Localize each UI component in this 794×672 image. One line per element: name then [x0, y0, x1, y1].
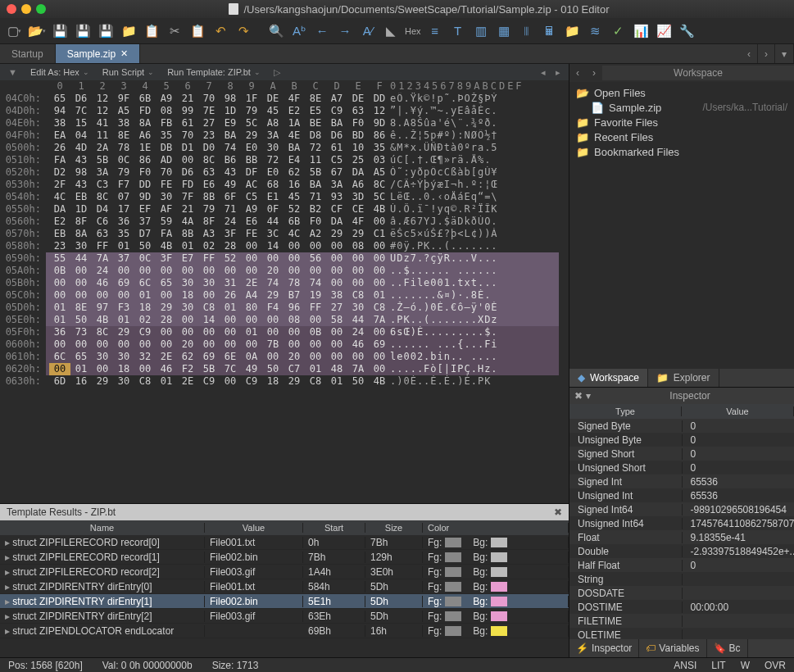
- workspace-tree[interactable]: 📂 Open Files 📄 Sample.zip /Users/ka...Tu…: [569, 82, 794, 369]
- hex-bytes[interactable]: 2F43C3F7DDFEFDE649AC6816BA3AA68C: [46, 179, 390, 191]
- close-window-button[interactable]: [7, 4, 16, 14]
- redo-button[interactable]: ↷: [234, 22, 252, 40]
- hex-bytes[interactable]: 000000000100180026A429B71938C801: [46, 289, 390, 302]
- status-charset[interactable]: ANSI: [674, 660, 696, 671]
- hex-ascii[interactable]: úC[.†­.Œ¶»rä.Å%.: [390, 154, 559, 166]
- hex-bytes[interactable]: 6D162930C8012EC900C91829C801504B: [46, 375, 390, 388]
- hex-row[interactable]: 04F0h:EA04118EA6357023BA293A4ED8D6BD86ê.…: [0, 129, 569, 142]
- file-node-sample[interactable]: 📄 Sample.zip /Users/ka...Tutorial/: [576, 100, 787, 115]
- template-row[interactable]: struct ZIPFILERECORD record[1]File002.bi…: [0, 550, 569, 565]
- settings-button[interactable]: 🔧: [678, 22, 696, 40]
- save-all-button[interactable]: 💾: [97, 22, 115, 40]
- hex-bytes[interactable]: 000000000000200000007B0000004669: [46, 338, 390, 351]
- hex-row[interactable]: 05A0h:0B002400000000000000200000000000..…: [0, 265, 569, 277]
- columns-button[interactable]: ▥: [472, 22, 490, 40]
- hex-bytes[interactable]: 0B002400000000000000200000000000: [46, 265, 390, 277]
- hex-row[interactable]: 0500h:264D2A781EDBD1D074E030BA72611035&M…: [0, 142, 569, 154]
- hex-bytes[interactable]: 000046696C653030312E747874000000: [46, 277, 390, 289]
- ruler-button[interactable]: ⫴: [518, 22, 536, 40]
- inspector-row[interactable]: Signed Int65536: [569, 474, 794, 488]
- inspector-row[interactable]: String: [569, 572, 794, 586]
- hex-row[interactable]: 0550h:DA1DD417EFAF217971A90F52B2CFCE4BÚ.…: [0, 203, 569, 216]
- hex-bytes[interactable]: 01504B0102280014000000080058447A: [46, 314, 390, 326]
- hex-row[interactable]: 04E0h:381541388AFB6127E95CA81ABEBAF09D8.…: [0, 117, 569, 129]
- undo-button[interactable]: ↶: [211, 22, 229, 40]
- cut-button[interactable]: ✂: [166, 22, 184, 40]
- hex-row[interactable]: 0570h:EB8A6335D7FA8BA33FFE3C4CA22929C1ëŠ…: [0, 228, 569, 240]
- hex-bytes[interactable]: D2983A79F070D66343DFE0625B67DAA5: [46, 166, 390, 179]
- status-size[interactable]: Size: 1713: [212, 660, 259, 671]
- prev-button[interactable]: ←: [313, 22, 331, 40]
- hex-ascii[interactable]: .Ž—ó.)0È.€ô–ÿ'0È: [390, 302, 559, 314]
- hex-ascii[interactable]: .)0È..É.É.)È.PK: [390, 375, 559, 388]
- edit-options-icon[interactable]: ▼: [8, 67, 17, 77]
- hex-editor[interactable]: 0123456789ABCDEF 0123456789ABCDEF 04C0h:…: [0, 80, 569, 503]
- hex-row[interactable]: 0520h:D2983A79F070D66343DFE0625B67DAA5Ò˜…: [0, 166, 569, 179]
- save-button[interactable]: 💾: [51, 22, 69, 40]
- favorite-files-node[interactable]: 📁 Favorite Files: [576, 115, 787, 129]
- hex-ascii[interactable]: â.Æ67YJ.$äDkðÚO.: [390, 216, 559, 228]
- template-row[interactable]: struct ZIPDIRENTRY dirEntry[0]File001.tx…: [0, 579, 569, 594]
- template-row[interactable]: struct ZIPDIRENTRY dirEntry[2]File003.gi…: [0, 609, 569, 624]
- hex-ascii[interactable]: eÖ.Ÿk©!p˜.ÞOŽ§ÞÝ: [390, 93, 559, 105]
- hex-bytes[interactable]: 6C653030322E62696E0A002000000000: [46, 351, 390, 363]
- calculator-button[interactable]: 🖩: [541, 22, 559, 40]
- hex-bytes[interactable]: 264D2A781EDBD1D074E030BA72611035: [46, 142, 390, 154]
- hex-bytes[interactable]: DA1DD417EFAF217971A90F52B2CFCE4B: [46, 203, 390, 216]
- hex-row[interactable]: 04C0h:65D6129F6BA92170981FDE4F8EA7DEDDeÖ…: [0, 93, 569, 105]
- hex-row[interactable]: 0610h:6C653030322E62696E0A002000000000le…: [0, 351, 569, 363]
- tab-startup[interactable]: Startup: [0, 44, 56, 63]
- tab-menu-button[interactable]: ▾: [775, 44, 794, 63]
- hex-bytes[interactable]: 018E97F3182930C80180F496FF2730C8: [46, 302, 390, 314]
- hex-ascii[interactable]: 8.A8Šûa'é\¨.¾ºð.: [390, 117, 559, 129]
- hex-row[interactable]: 05D0h:018E97F3182930C80180F496FF2730C8.Ž…: [0, 302, 569, 314]
- hex-bytes[interactable]: EA04118EA6357023BA293A4ED8D6BD86: [46, 129, 390, 142]
- tab-workspace[interactable]: ◆ Workspace: [569, 369, 648, 387]
- close-inspector-icon[interactable]: ✖: [574, 390, 583, 402]
- hex-label[interactable]: Hex: [405, 22, 421, 40]
- tab-prev-button[interactable]: ‹: [741, 44, 758, 63]
- minimize-window-button[interactable]: [21, 4, 31, 14]
- inspector-row[interactable]: OLETIME: [569, 628, 794, 639]
- tab-inspector[interactable]: ⚡ Inspector: [569, 639, 639, 657]
- hex-row[interactable]: 0560h:E28FC63637594A8F24E6446BF0DA4F00â.…: [0, 216, 569, 228]
- copy-button[interactable]: 📋: [143, 22, 161, 40]
- inspector-row[interactable]: Half Float0: [569, 558, 794, 572]
- template-row[interactable]: struct ZIPFILERECORD record[2]File003.gi…: [0, 565, 569, 579]
- highlight-button[interactable]: A⁄: [359, 22, 377, 40]
- new-file-button[interactable]: ▢: [5, 22, 23, 40]
- align-left-button[interactable]: ≡: [426, 22, 444, 40]
- grid-button[interactable]: ▦: [495, 22, 513, 40]
- hex-ascii[interactable]: ëŠc5×úŠ£?þ<L¢))Á: [390, 228, 559, 240]
- checksum-button[interactable]: ✓: [610, 22, 628, 40]
- hex-ascii[interactable]: /CÃ÷ÝþýæI¬h.º:¦Œ: [390, 179, 559, 191]
- ws-next-button[interactable]: ›: [586, 67, 602, 79]
- inspector-row[interactable]: Unsigned Byte0: [569, 433, 794, 447]
- run-template-dropdown[interactable]: Run Template: ZIP.bt: [167, 67, 261, 77]
- template-row[interactable]: struct ZIPDIRENTRY dirEntry[1]File002.bi…: [0, 594, 569, 609]
- template-row[interactable]: struct ZIPENDLOCATOR endLocator69Bh16hFg…: [0, 624, 569, 638]
- hex-row[interactable]: 0530h:2F43C3F7DDFEFDE649AC6816BA3AA68C/C…: [0, 179, 569, 191]
- inspector-row[interactable]: Signed Int64-98910296508196454: [569, 502, 794, 516]
- hex-bytes[interactable]: 947C12A5FD08997E1D7945E2E5C96312: [46, 105, 390, 117]
- status-endian[interactable]: LIT: [711, 660, 725, 671]
- hex-ascii[interactable]: Ú.Ô.ï¯!yq©.R²ÏÎK: [390, 203, 559, 216]
- edit-as-dropdown[interactable]: Edit As: Hex: [30, 67, 89, 77]
- bookmark-button[interactable]: ◣: [382, 22, 400, 40]
- hex-row[interactable]: 0600h:000000000000200000007B0000004669..…: [0, 338, 569, 351]
- hex-bytes[interactable]: 55447A370C3FE7FF5200000056000000: [46, 252, 390, 265]
- inspector-row[interactable]: Double-2.93397518849452e+...: [569, 544, 794, 558]
- close-panel-icon[interactable]: ✖: [554, 506, 562, 518]
- tab-variables[interactable]: 🏷 Variables: [639, 639, 706, 657]
- hex-row[interactable]: 05F0h:36738C29C9000000000100000B0024006s…: [0, 326, 569, 338]
- nav-left-icon[interactable]: ◂: [541, 67, 546, 78]
- ws-prev-button[interactable]: ‹: [569, 67, 586, 79]
- hex-row[interactable]: 0510h:FA435B0C86AD008CB6BB72E411C52503úC…: [0, 154, 569, 166]
- hex-ascii[interactable]: UDz7.?çÿR...V...: [390, 252, 559, 265]
- compare-button[interactable]: ≋: [587, 22, 605, 40]
- inspector-row[interactable]: Unsigned Int65536: [569, 488, 794, 502]
- next-button[interactable]: →: [336, 22, 354, 40]
- hex-ascii[interactable]: #0ÿ.PK..(.......: [390, 240, 559, 252]
- hex-row[interactable]: 0630h:6D162930C8012EC900C91829C801504B.)…: [0, 375, 569, 388]
- status-val[interactable]: Val: 0 0h 00000000b: [102, 660, 193, 671]
